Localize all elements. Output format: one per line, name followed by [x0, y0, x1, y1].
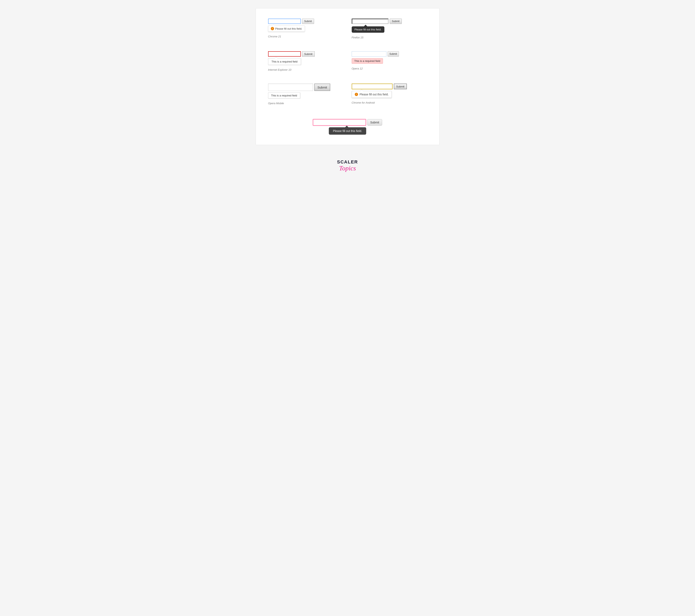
safari-input[interactable]	[313, 119, 366, 126]
ie10-tooltip-text: This is a required field	[272, 60, 298, 63]
main-container: Submit ! Please fill out this field. Chr…	[256, 8, 440, 145]
opera12-tooltip: This is a required field	[352, 58, 383, 64]
ie10-input[interactable]	[268, 51, 301, 56]
safari-tooltip-text: Please fill out this field.	[333, 129, 362, 133]
firefox15-form-row: Submit	[352, 19, 402, 24]
chrome-android-input[interactable]	[352, 84, 393, 89]
opera-mobile-tooltip-text: This is a required field	[271, 94, 297, 97]
firefox15-submit-button[interactable]: Submit	[390, 19, 402, 24]
firefox15-input[interactable]	[352, 19, 389, 24]
firefox15-label: Firefox 15	[352, 36, 363, 39]
chrome21-label: Chrome 21	[268, 35, 281, 38]
chrome21-input[interactable]	[268, 19, 301, 24]
opera-mobile-input[interactable]	[268, 84, 313, 91]
chrome-android-label: Chrome for Android	[352, 101, 375, 104]
ie10-form-row: Submit	[268, 51, 315, 56]
safari-form-row: Submit	[313, 119, 382, 126]
opera-mobile-tooltip: This is a required field	[268, 92, 300, 99]
firefox15-tooltip-text: Please fill out this field.	[355, 28, 382, 31]
opera12-section: Submit This is a required field Opera 12	[352, 51, 427, 71]
opera12-input[interactable]	[352, 51, 386, 56]
opera12-tooltip-text: This is a required field	[354, 59, 380, 63]
chrome-android-submit-button[interactable]: Submit	[394, 84, 407, 89]
chrome-android-tooltip: ! Please fill out this field.	[352, 91, 392, 98]
opera-mobile-section: Submit This is a required field Opera Mo…	[268, 84, 343, 105]
firefox15-section: Submit Please fill out this field. Firef…	[352, 19, 427, 39]
ie10-section: Submit This is a required field Internet…	[268, 51, 343, 71]
opera12-submit-button[interactable]: Submit	[388, 51, 399, 56]
opera-mobile-label: Opera Mobile	[268, 102, 284, 105]
chrome21-tooltip: ! Please fill out this field.	[268, 25, 305, 32]
chrome21-submit-button[interactable]: Submit	[302, 19, 314, 24]
safari-tooltip: Please fill out this field.	[329, 127, 366, 135]
safari-section: Submit Please fill out this field.	[268, 119, 427, 135]
exclaim-icon-android: !	[355, 93, 358, 96]
chrome-android-tooltip-text: Please fill out this field.	[360, 93, 389, 96]
safari-submit-button[interactable]: Submit	[367, 119, 382, 126]
chrome-android-section: Submit ! Please fill out this field. Chr…	[352, 84, 427, 105]
chrome21-section: Submit ! Please fill out this field. Chr…	[268, 19, 343, 39]
firefox15-tooltip: Please fill out this field.	[352, 27, 384, 33]
ie10-tooltip: This is a required field	[268, 58, 301, 65]
ie10-submit-button[interactable]: Submit	[302, 51, 315, 56]
scaler-topics-text: Topics	[339, 165, 356, 172]
chrome21-form-row: Submit	[268, 19, 314, 24]
exclaim-icon: !	[271, 27, 274, 30]
chrome21-tooltip-text: Please fill out this field.	[275, 27, 302, 30]
opera-mobile-submit-button[interactable]: Submit	[314, 84, 330, 91]
opera12-form-row: Submit	[352, 51, 399, 56]
opera12-label: Opera 12	[352, 67, 363, 70]
chrome-android-form-row: Submit	[352, 84, 407, 89]
scaler-brand-text: SCALER	[337, 159, 358, 165]
scaler-logo: SCALER Topics	[337, 159, 358, 172]
opera-mobile-form-row: Submit	[268, 84, 330, 91]
ie10-label: Internet Explorer 10	[268, 68, 291, 71]
